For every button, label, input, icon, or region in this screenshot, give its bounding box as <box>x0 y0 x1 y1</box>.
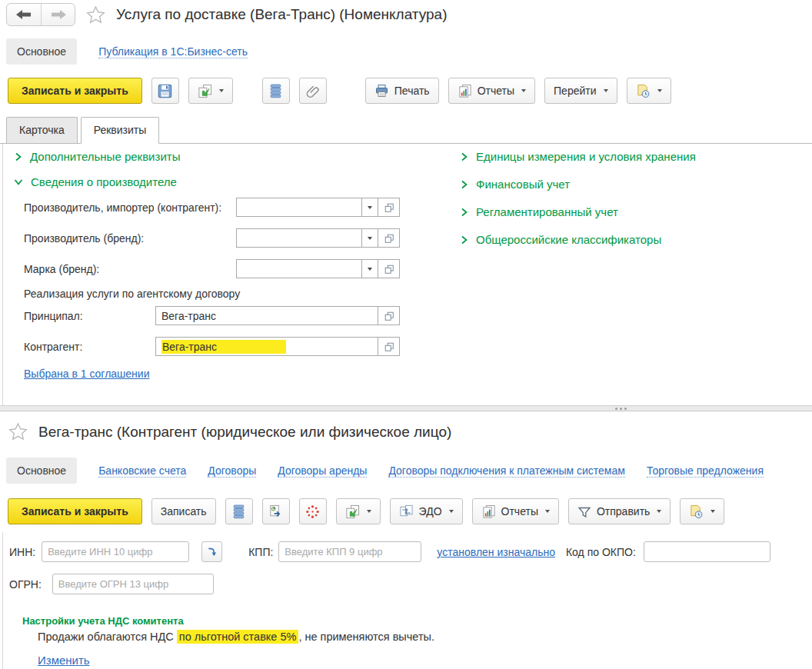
goto-button[interactable]: Перейти <box>544 78 617 104</box>
section-label: Сведения о производителе <box>31 175 177 188</box>
open-value-button[interactable] <box>378 337 400 356</box>
fill-arrow-icon <box>206 546 218 558</box>
print-label: Печать <box>394 85 430 97</box>
counterparty-field[interactable]: Вега-транс <box>155 337 378 356</box>
form-tabs: Карточка Реквизиты <box>0 117 812 144</box>
importer-combo[interactable] <box>236 198 378 217</box>
ogrn-input[interactable] <box>52 574 214 594</box>
okpo-input[interactable] <box>644 541 770 562</box>
tab-trade-offers[interactable]: Торговые предложения <box>647 464 764 478</box>
history-button[interactable] <box>680 498 724 524</box>
history-button[interactable] <box>627 78 671 104</box>
brand-manufacturer-combo[interactable] <box>236 228 378 248</box>
edo-button[interactable]: ЭДО <box>390 498 463 524</box>
tab-payment-system-contracts[interactable]: Договоры подключения к платежным система… <box>388 464 625 478</box>
nomenclature-window: Услуга по доставке (Вега-Транс) (Номенкл… <box>0 0 812 405</box>
printer-icon <box>374 84 389 98</box>
dropdown-caret-icon <box>604 89 608 92</box>
back-arrow-icon <box>16 9 32 20</box>
dropdown-caret-icon <box>368 237 372 240</box>
section-classifiers[interactable]: Общероссийские классификаторы <box>460 233 661 246</box>
tab-card[interactable]: Карточка <box>6 117 78 143</box>
spark-risks-icon <box>305 504 320 519</box>
kpp-input[interactable] <box>278 541 421 562</box>
top-header: Услуга по доставке (Вега-Транс) (Номенкл… <box>6 3 447 26</box>
section-label: Регламентированный учет <box>476 205 618 218</box>
window-splitter[interactable] <box>0 405 812 411</box>
forward-button[interactable] <box>41 4 75 25</box>
tab-lease-contracts[interactable]: Договоры аренды <box>278 464 367 478</box>
chevron-right-icon <box>460 180 468 189</box>
section-regulated-accounting[interactable]: Регламентированный учет <box>460 205 618 218</box>
open-value-button[interactable] <box>378 198 400 217</box>
create-based-on-button[interactable] <box>336 498 381 524</box>
fill-by-inn-button[interactable] <box>201 541 222 562</box>
combo-dropdown-button[interactable] <box>361 198 378 216</box>
spark-risks-button[interactable] <box>299 498 327 524</box>
mark-combo[interactable] <box>236 259 378 278</box>
bottom-header: Вега-транс (Контрагент (юридическое или … <box>8 421 451 442</box>
history-nav <box>6 3 75 26</box>
section-label: Финансовый учет <box>476 178 570 191</box>
open-value-button[interactable] <box>378 228 400 248</box>
reports-label: Отчеты <box>501 505 538 518</box>
save-close-button[interactable]: Записать и закрыть <box>8 78 142 104</box>
splitter-grip-icon <box>615 408 627 410</box>
report-chart-icon <box>481 504 496 519</box>
section-financial-accounting[interactable]: Финансовый учет <box>460 178 570 191</box>
save-button[interactable] <box>151 78 179 104</box>
tab-main[interactable]: Основное <box>6 458 77 484</box>
subordination-structure-button[interactable] <box>225 498 253 524</box>
combo-dropdown-button[interactable] <box>361 260 378 278</box>
tab-bank-accounts[interactable]: Банковские счета <box>98 464 186 478</box>
create-based-on-button[interactable] <box>188 78 233 104</box>
dropdown-caret-icon <box>368 206 372 209</box>
edo-exchange-icon <box>399 504 414 518</box>
tab-details[interactable]: Реквизиты <box>81 117 160 144</box>
attachments-button[interactable] <box>299 78 327 104</box>
dossier-button[interactable] <box>262 498 290 524</box>
vat-settings-heading: Настройки учета НДС комитента <box>22 615 184 627</box>
agreements-link[interactable]: Выбрана в 1 соглашении <box>24 368 150 380</box>
save-close-button[interactable]: Записать и закрыть <box>8 498 142 524</box>
goto-label: Перейти <box>554 85 596 97</box>
vat-highlighted-rate: по льготной ставке 5% <box>177 630 299 644</box>
vat-change-link[interactable]: Изменить <box>38 654 90 667</box>
dossier-report-icon <box>268 504 283 519</box>
section-units-storage[interactable]: Единицы измерения и условия хранения <box>460 150 696 163</box>
subordination-structure-button[interactable] <box>262 78 290 104</box>
chevron-right-icon <box>460 235 468 245</box>
back-button[interactable] <box>7 4 41 25</box>
open-value-button[interactable] <box>378 306 400 325</box>
save-button[interactable]: Записать <box>151 498 216 524</box>
principal-field[interactable]: Вега-транс <box>155 306 378 325</box>
open-icon <box>384 233 394 244</box>
reports-label: Отчеты <box>478 85 514 97</box>
send-button[interactable]: Отправить <box>568 498 671 524</box>
agreements-link-row: Выбрана в 1 соглашении <box>24 368 150 380</box>
document-clock-icon <box>689 504 704 519</box>
tab-publication-link[interactable]: Публикация в 1С:Бизнес-сеть <box>98 45 248 58</box>
inn-input[interactable] <box>42 541 189 562</box>
reports-button[interactable]: Отчеты <box>472 498 559 524</box>
page-title: Услуга по доставке (Вега-Транс) (Номенкл… <box>116 6 447 23</box>
favorite-star-icon[interactable] <box>85 5 106 25</box>
okpo-label: Код по ОКПО: <box>566 546 636 558</box>
favorite-star-icon[interactable] <box>8 421 28 442</box>
kpp-set-initially-link[interactable]: установлен изначально <box>437 546 555 558</box>
reports-button[interactable]: Отчеты <box>448 78 535 104</box>
agency-caption: Реализация услуги по агентскому договору <box>24 288 240 300</box>
section-additional-requisites[interactable]: Дополнительные реквизиты <box>14 150 180 163</box>
list-structure-icon <box>269 84 282 98</box>
tab-contracts[interactable]: Договоры <box>208 464 256 478</box>
edo-label: ЭДО <box>419 505 442 518</box>
dropdown-caret-icon <box>219 89 224 92</box>
section-manufacturer-info[interactable]: Сведения о производителе <box>14 175 177 188</box>
print-button[interactable]: Печать <box>365 78 439 104</box>
tab-main[interactable]: Основное <box>6 38 77 65</box>
counterparty-content: ИНН: КПП: установлен изначально Код по О… <box>2 532 812 669</box>
open-value-button[interactable] <box>378 259 400 278</box>
combo-dropdown-button[interactable] <box>361 229 378 247</box>
dropdown-caret-icon <box>710 510 715 513</box>
chevron-right-icon <box>460 152 468 161</box>
